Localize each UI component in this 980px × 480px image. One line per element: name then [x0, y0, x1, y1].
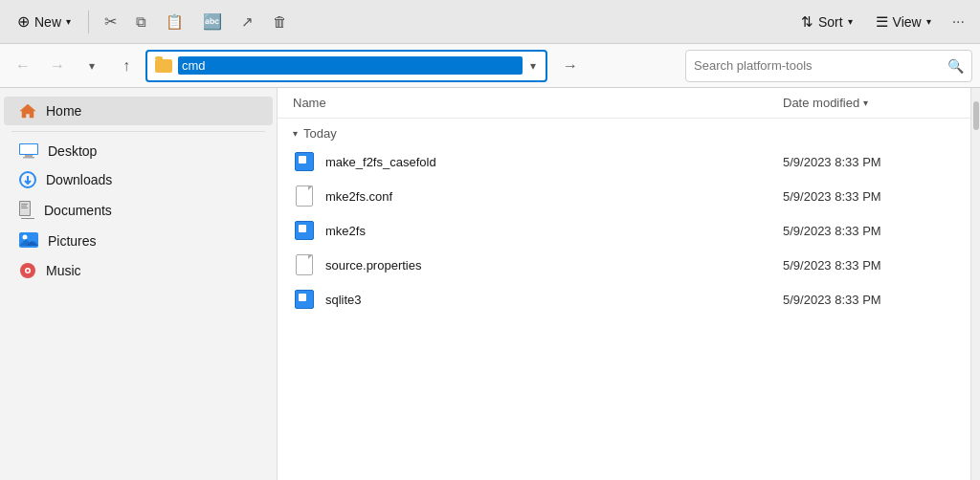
share-icon: ↗ — [241, 13, 254, 31]
rename-icon: 🔤 — [203, 12, 222, 31]
view-label: View — [893, 14, 922, 30]
sidebar-item-documents[interactable]: Documents 📌 — [4, 195, 273, 226]
svg-point-14 — [23, 235, 28, 240]
sort-button[interactable]: ⇅ Sort ▾ — [791, 6, 862, 38]
file-name-3: mke2fs — [325, 224, 773, 238]
group-collapse-icon[interactable]: ▾ — [293, 128, 298, 139]
toolbar: ⊕ New ▾ ✂ ⧉ 📋 🔤 ↗ 🗑 ⇅ Sort ▾ ☰ View ▾ ··… — [0, 0, 980, 44]
up-button[interactable]: ↑ — [111, 51, 142, 81]
address-input-wrapper: cmd ▾ — [145, 50, 547, 82]
file-icon-sqlite3 — [293, 288, 316, 311]
back-icon: ← — [15, 57, 31, 75]
up-icon: ↑ — [122, 57, 130, 75]
navigate-forward-button[interactable]: → — [555, 51, 586, 81]
svg-rect-12 — [21, 207, 28, 208]
folder-icon — [155, 59, 172, 73]
view-icon: ☰ — [876, 13, 888, 31]
sidebar-item-downloads[interactable]: Downloads 📌 — [4, 165, 273, 194]
file-list: Name Date modified ▾ ▾ Today make_f2fs_c… — [278, 88, 970, 480]
file-date-3: 5/9/2023 8:33 PM — [783, 224, 955, 238]
navigate-forward-icon: → — [563, 57, 578, 75]
paste-icon: 📋 — [166, 13, 184, 31]
paste-button[interactable]: 📋 — [158, 6, 191, 38]
date-modified-label: Date modified — [783, 96, 859, 110]
file-row[interactable]: sqlite3 5/9/2023 8:33 PM — [278, 282, 970, 316]
svg-rect-10 — [21, 204, 28, 205]
sidebar: Home Desktop 📌 Downloads 📌 — [0, 88, 278, 480]
new-icon: ⊕ — [17, 12, 30, 31]
share-button[interactable]: ↗ — [234, 6, 261, 38]
search-icon: 🔍 — [947, 58, 964, 74]
copy-icon: ⧉ — [136, 13, 146, 31]
file-icon-source — [293, 253, 316, 276]
cut-button[interactable]: ✂ — [97, 6, 124, 38]
svg-marker-0 — [20, 104, 35, 118]
home-icon — [19, 102, 36, 120]
file-icon-mke2fs-conf — [293, 185, 316, 207]
delete-button[interactable]: 🗑 — [265, 6, 295, 38]
file-name-2: mke2fs.conf — [325, 189, 773, 204]
copy-button[interactable]: ⧉ — [128, 6, 154, 38]
desktop-label: Desktop — [48, 143, 237, 159]
svg-rect-8 — [21, 218, 34, 219]
view-dropdown-icon: ▾ — [926, 16, 931, 27]
music-icon — [19, 262, 36, 279]
sidebar-item-home[interactable]: Home — [4, 97, 273, 125]
svg-point-19 — [27, 270, 30, 273]
rename-button[interactable]: 🔤 — [195, 6, 230, 38]
svg-rect-2 — [25, 155, 33, 157]
more-icon: ··· — [952, 13, 965, 31]
main-area: Home Desktop 📌 Downloads 📌 — [0, 88, 980, 480]
scrollbar[interactable] — [970, 88, 980, 480]
scrollbar-thumb[interactable] — [973, 101, 979, 130]
history-button[interactable]: ▾ — [77, 51, 107, 81]
file-date-2: 5/9/2023 8:33 PM — [783, 189, 955, 204]
file-row[interactable]: source.properties 5/9/2023 8:33 PM — [278, 248, 970, 282]
sidebar-item-music[interactable]: Music 📌 — [4, 256, 273, 285]
desktop-icon — [19, 143, 38, 159]
file-row[interactable]: make_f2fs_casefold 5/9/2023 8:33 PM — [278, 144, 970, 179]
new-button[interactable]: ⊕ New ▾ — [8, 6, 80, 38]
file-date-4: 5/9/2023 8:33 PM — [783, 258, 955, 273]
sort-arrow-icon: ▾ — [863, 98, 868, 108]
new-dropdown-icon: ▾ — [66, 16, 71, 27]
exe-icon — [295, 152, 314, 171]
forward-icon: → — [50, 57, 65, 75]
search-box: 🔍 — [685, 50, 972, 82]
toolbar-divider-1 — [88, 11, 89, 33]
sort-icon: ⇅ — [801, 13, 813, 31]
file-row[interactable]: mke2fs.conf 5/9/2023 8:33 PM — [278, 179, 970, 213]
downloads-icon — [19, 171, 36, 188]
address-dropdown-button[interactable]: ▾ — [528, 57, 538, 75]
search-input[interactable] — [694, 58, 942, 73]
svg-rect-11 — [21, 206, 27, 207]
exe-icon — [295, 290, 314, 309]
file-row[interactable]: mke2fs 5/9/2023 8:33 PM — [278, 213, 970, 248]
file-list-header: Name Date modified ▾ — [278, 88, 970, 119]
file-name-4: source.properties — [325, 258, 773, 273]
more-button[interactable]: ··· — [945, 6, 972, 38]
forward-button[interactable]: → — [42, 51, 73, 81]
new-label: New — [34, 14, 61, 30]
sort-label: Sort — [818, 14, 843, 30]
conf-icon — [296, 185, 313, 207]
sidebar-divider — [11, 131, 265, 132]
back-button[interactable]: ← — [8, 51, 38, 81]
home-label: Home — [46, 103, 261, 119]
address-text: cmd — [178, 56, 523, 75]
documents-icon — [19, 201, 34, 220]
exe-icon — [295, 221, 314, 240]
sidebar-item-pictures[interactable]: Pictures 📌 — [4, 227, 273, 255]
documents-label: Documents — [44, 203, 237, 218]
group-today-label: Today — [303, 126, 337, 141]
music-label: Music — [46, 263, 237, 278]
col-name-header[interactable]: Name — [293, 96, 783, 110]
file-date-5: 5/9/2023 8:33 PM — [783, 293, 955, 307]
view-button[interactable]: ☰ View ▾ — [866, 6, 941, 38]
group-today-header: ▾ Today — [278, 119, 970, 144]
sidebar-item-desktop[interactable]: Desktop 📌 — [4, 138, 273, 164]
sort-dropdown-icon: ▾ — [848, 16, 853, 27]
downloads-label: Downloads — [46, 172, 237, 187]
svg-rect-3 — [23, 157, 34, 159]
col-date-header[interactable]: Date modified ▾ — [783, 96, 955, 110]
